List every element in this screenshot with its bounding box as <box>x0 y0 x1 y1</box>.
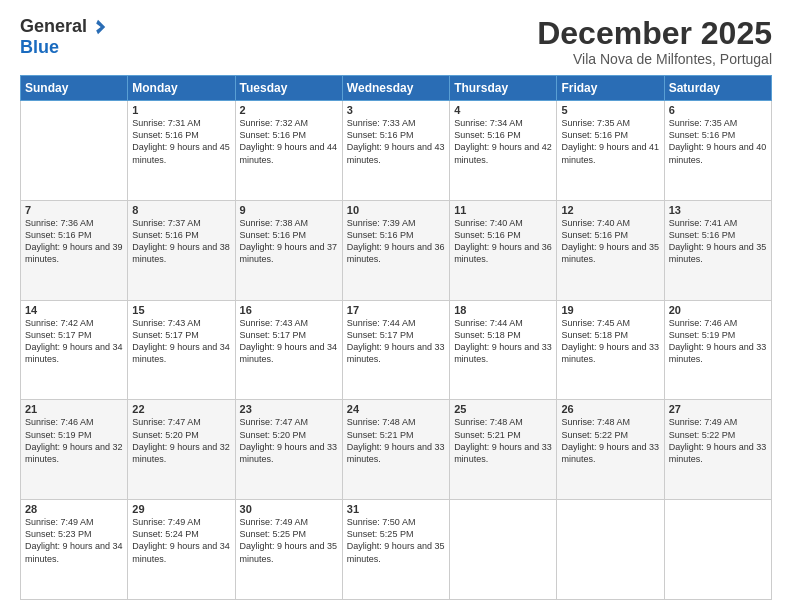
cell-info: Sunrise: 7:45 AMSunset: 5:18 PMDaylight:… <box>561 318 659 364</box>
calendar-cell: 3 Sunrise: 7:33 AMSunset: 5:16 PMDayligh… <box>342 101 449 201</box>
calendar-header-row: Sunday Monday Tuesday Wednesday Thursday… <box>21 76 772 101</box>
cell-info: Sunrise: 7:44 AMSunset: 5:18 PMDaylight:… <box>454 318 552 364</box>
day-number: 13 <box>669 204 767 216</box>
cell-info: Sunrise: 7:39 AMSunset: 5:16 PMDaylight:… <box>347 218 445 264</box>
cell-info: Sunrise: 7:32 AMSunset: 5:16 PMDaylight:… <box>240 118 338 164</box>
calendar-cell: 7 Sunrise: 7:36 AMSunset: 5:16 PMDayligh… <box>21 200 128 300</box>
calendar-cell <box>557 500 664 600</box>
day-number: 2 <box>240 104 338 116</box>
day-number: 15 <box>132 304 230 316</box>
calendar-cell <box>450 500 557 600</box>
cell-info: Sunrise: 7:50 AMSunset: 5:25 PMDaylight:… <box>347 517 445 563</box>
logo-blue-text: Blue <box>20 37 59 58</box>
cell-info: Sunrise: 7:41 AMSunset: 5:16 PMDaylight:… <box>669 218 767 264</box>
day-number: 20 <box>669 304 767 316</box>
cell-info: Sunrise: 7:44 AMSunset: 5:17 PMDaylight:… <box>347 318 445 364</box>
cell-info: Sunrise: 7:36 AMSunset: 5:16 PMDaylight:… <box>25 218 123 264</box>
day-number: 23 <box>240 403 338 415</box>
cell-info: Sunrise: 7:31 AMSunset: 5:16 PMDaylight:… <box>132 118 230 164</box>
day-number: 6 <box>669 104 767 116</box>
month-title: December 2025 <box>537 16 772 51</box>
cell-info: Sunrise: 7:33 AMSunset: 5:16 PMDaylight:… <box>347 118 445 164</box>
svg-marker-0 <box>96 19 105 33</box>
calendar-cell: 19 Sunrise: 7:45 AMSunset: 5:18 PMDaylig… <box>557 300 664 400</box>
calendar-cell: 23 Sunrise: 7:47 AMSunset: 5:20 PMDaylig… <box>235 400 342 500</box>
cell-info: Sunrise: 7:37 AMSunset: 5:16 PMDaylight:… <box>132 218 230 264</box>
title-section: December 2025 Vila Nova de Milfontes, Po… <box>537 16 772 67</box>
cell-info: Sunrise: 7:49 AMSunset: 5:23 PMDaylight:… <box>25 517 123 563</box>
cell-info: Sunrise: 7:49 AMSunset: 5:24 PMDaylight:… <box>132 517 230 563</box>
cell-info: Sunrise: 7:43 AMSunset: 5:17 PMDaylight:… <box>132 318 230 364</box>
calendar-cell: 9 Sunrise: 7:38 AMSunset: 5:16 PMDayligh… <box>235 200 342 300</box>
col-tuesday: Tuesday <box>235 76 342 101</box>
day-number: 30 <box>240 503 338 515</box>
calendar-cell: 5 Sunrise: 7:35 AMSunset: 5:16 PMDayligh… <box>557 101 664 201</box>
calendar-cell: 2 Sunrise: 7:32 AMSunset: 5:16 PMDayligh… <box>235 101 342 201</box>
cell-info: Sunrise: 7:49 AMSunset: 5:22 PMDaylight:… <box>669 417 767 463</box>
calendar-cell: 27 Sunrise: 7:49 AMSunset: 5:22 PMDaylig… <box>664 400 771 500</box>
calendar-cell: 29 Sunrise: 7:49 AMSunset: 5:24 PMDaylig… <box>128 500 235 600</box>
location-subtitle: Vila Nova de Milfontes, Portugal <box>537 51 772 67</box>
col-monday: Monday <box>128 76 235 101</box>
day-number: 29 <box>132 503 230 515</box>
page: General Blue December 2025 Vila Nova de … <box>0 0 792 612</box>
calendar-cell: 16 Sunrise: 7:43 AMSunset: 5:17 PMDaylig… <box>235 300 342 400</box>
day-number: 17 <box>347 304 445 316</box>
day-number: 8 <box>132 204 230 216</box>
logo: General Blue <box>20 16 107 58</box>
calendar-cell: 28 Sunrise: 7:49 AMSunset: 5:23 PMDaylig… <box>21 500 128 600</box>
cell-info: Sunrise: 7:48 AMSunset: 5:22 PMDaylight:… <box>561 417 659 463</box>
day-number: 22 <box>132 403 230 415</box>
logo-icon <box>89 18 107 36</box>
day-number: 26 <box>561 403 659 415</box>
calendar-cell: 6 Sunrise: 7:35 AMSunset: 5:16 PMDayligh… <box>664 101 771 201</box>
calendar-cell: 8 Sunrise: 7:37 AMSunset: 5:16 PMDayligh… <box>128 200 235 300</box>
day-number: 3 <box>347 104 445 116</box>
calendar-cell: 11 Sunrise: 7:40 AMSunset: 5:16 PMDaylig… <box>450 200 557 300</box>
calendar-cell: 1 Sunrise: 7:31 AMSunset: 5:16 PMDayligh… <box>128 101 235 201</box>
day-number: 11 <box>454 204 552 216</box>
cell-info: Sunrise: 7:47 AMSunset: 5:20 PMDaylight:… <box>132 417 230 463</box>
calendar-cell: 14 Sunrise: 7:42 AMSunset: 5:17 PMDaylig… <box>21 300 128 400</box>
cell-info: Sunrise: 7:47 AMSunset: 5:20 PMDaylight:… <box>240 417 338 463</box>
cell-info: Sunrise: 7:49 AMSunset: 5:25 PMDaylight:… <box>240 517 338 563</box>
calendar-cell: 4 Sunrise: 7:34 AMSunset: 5:16 PMDayligh… <box>450 101 557 201</box>
calendar-cell: 25 Sunrise: 7:48 AMSunset: 5:21 PMDaylig… <box>450 400 557 500</box>
cell-info: Sunrise: 7:40 AMSunset: 5:16 PMDaylight:… <box>561 218 659 264</box>
col-wednesday: Wednesday <box>342 76 449 101</box>
calendar-week-row: 21 Sunrise: 7:46 AMSunset: 5:19 PMDaylig… <box>21 400 772 500</box>
day-number: 14 <box>25 304 123 316</box>
calendar-cell: 17 Sunrise: 7:44 AMSunset: 5:17 PMDaylig… <box>342 300 449 400</box>
day-number: 28 <box>25 503 123 515</box>
calendar-cell: 24 Sunrise: 7:48 AMSunset: 5:21 PMDaylig… <box>342 400 449 500</box>
calendar-cell: 31 Sunrise: 7:50 AMSunset: 5:25 PMDaylig… <box>342 500 449 600</box>
calendar-week-row: 7 Sunrise: 7:36 AMSunset: 5:16 PMDayligh… <box>21 200 772 300</box>
day-number: 1 <box>132 104 230 116</box>
cell-info: Sunrise: 7:48 AMSunset: 5:21 PMDaylight:… <box>347 417 445 463</box>
logo-general-text: General <box>20 16 87 37</box>
day-number: 5 <box>561 104 659 116</box>
cell-info: Sunrise: 7:38 AMSunset: 5:16 PMDaylight:… <box>240 218 338 264</box>
cell-info: Sunrise: 7:43 AMSunset: 5:17 PMDaylight:… <box>240 318 338 364</box>
cell-info: Sunrise: 7:34 AMSunset: 5:16 PMDaylight:… <box>454 118 552 164</box>
day-number: 24 <box>347 403 445 415</box>
day-number: 10 <box>347 204 445 216</box>
calendar-cell: 18 Sunrise: 7:44 AMSunset: 5:18 PMDaylig… <box>450 300 557 400</box>
day-number: 21 <box>25 403 123 415</box>
calendar-cell: 30 Sunrise: 7:49 AMSunset: 5:25 PMDaylig… <box>235 500 342 600</box>
col-saturday: Saturday <box>664 76 771 101</box>
day-number: 16 <box>240 304 338 316</box>
cell-info: Sunrise: 7:46 AMSunset: 5:19 PMDaylight:… <box>669 318 767 364</box>
calendar-cell: 10 Sunrise: 7:39 AMSunset: 5:16 PMDaylig… <box>342 200 449 300</box>
calendar-cell: 15 Sunrise: 7:43 AMSunset: 5:17 PMDaylig… <box>128 300 235 400</box>
day-number: 31 <box>347 503 445 515</box>
col-friday: Friday <box>557 76 664 101</box>
calendar-cell: 22 Sunrise: 7:47 AMSunset: 5:20 PMDaylig… <box>128 400 235 500</box>
cell-info: Sunrise: 7:35 AMSunset: 5:16 PMDaylight:… <box>669 118 767 164</box>
calendar-table: Sunday Monday Tuesday Wednesday Thursday… <box>20 75 772 600</box>
day-number: 19 <box>561 304 659 316</box>
cell-info: Sunrise: 7:40 AMSunset: 5:16 PMDaylight:… <box>454 218 552 264</box>
day-number: 27 <box>669 403 767 415</box>
day-number: 9 <box>240 204 338 216</box>
day-number: 25 <box>454 403 552 415</box>
